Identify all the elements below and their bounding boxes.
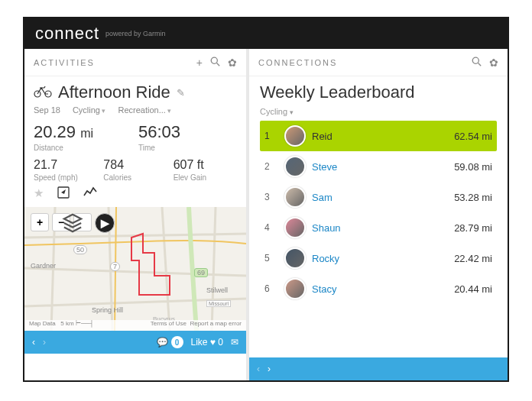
leaderboard-name[interactable]: Sam <box>312 192 454 203</box>
leaderboard-rank: 3 <box>264 192 278 202</box>
edit-details-icon[interactable] <box>57 186 70 201</box>
leaderboard-row[interactable]: 2Steve59.08 mi <box>260 151 497 182</box>
share-icon[interactable]: ✉ <box>231 337 238 348</box>
speed-stat: 21.7 Speed (mph) <box>34 158 97 182</box>
activity-title-block: Afternoon Ride ✎ Sep 18 Cycling Recreati… <box>24 76 246 118</box>
connections-panel: CONNECTIONS ✿ Weekly Leaderboard Cycling… <box>249 49 508 380</box>
leaderboard-name[interactable]: Rocky <box>312 253 454 264</box>
next-activity-button[interactable]: › <box>43 337 46 348</box>
map-label-gardner: Gardner <box>31 262 56 270</box>
leaderboard-rank: 5 <box>264 253 278 264</box>
map-label-spring: Spring Hill <box>92 306 123 314</box>
road-shield-7: 7 <box>110 262 120 271</box>
svg-point-7 <box>472 57 478 63</box>
elev-label: Elev Gain <box>174 173 237 182</box>
search-icon[interactable] <box>210 57 220 69</box>
gear-icon[interactable]: ✿ <box>489 57 498 69</box>
leaderboard-filter-dropdown[interactable]: Cycling <box>260 107 497 116</box>
plus-icon[interactable]: + <box>196 57 203 69</box>
leaderboard-name[interactable]: Steve <box>312 161 454 173</box>
calories-value: 784 <box>103 158 167 172</box>
activity-nav: ‹ › <box>32 337 46 348</box>
leaderboard-distance: 28.79 mi <box>454 222 492 234</box>
activity-title-row: Afternoon Ride ✎ <box>34 82 237 102</box>
leaderboard-rank: 1 <box>264 131 278 141</box>
map-terms-link[interactable]: Terms of Use <box>151 320 187 327</box>
connections-bottom-bar: ‹ › <box>249 357 508 380</box>
edit-icon[interactable]: ✎ <box>177 87 185 99</box>
speed-value: 21.7 <box>34 158 97 172</box>
map-controls: + − ▶ <box>31 213 115 233</box>
gear-icon[interactable]: ✿ <box>228 57 237 69</box>
social-actions: 💬 0 Like ♥ 0 ✉ <box>157 336 238 348</box>
panels-container: ACTIVITIES + ✿ Afternoon Ride ✎ <box>24 49 508 380</box>
speed-label: Speed (mph) <box>34 173 97 182</box>
activity-map[interactable]: + − ▶ 50 7 69 Gardner Spring Hill Stilwe… <box>24 207 246 331</box>
leaderboard-distance: 53.28 mi <box>454 192 492 203</box>
time-value: 56:03 <box>138 122 237 142</box>
map-label-stilwell: Stilwell <box>206 286 228 294</box>
connections-header: CONNECTIONS ✿ <box>249 49 508 76</box>
brand-subtitle: powered by Garmin <box>105 30 166 37</box>
distance-stat: 20.29 mi Distance <box>34 122 132 152</box>
leaderboard-list: 1Reid62.54 mi2Steve59.08 mi3Sam53.28 mi4… <box>260 121 497 351</box>
comment-count: 0 <box>171 336 183 348</box>
avatar <box>284 278 306 299</box>
map-data-label: Map Data <box>29 320 56 327</box>
activity-meta-row: Sep 18 Cycling Recreation... <box>34 105 237 115</box>
brand-logo: connect <box>35 24 99 44</box>
calories-label: Calories <box>103 173 167 182</box>
leaderboard-name[interactable]: Shaun <box>312 222 454 234</box>
activity-actions: ★ <box>24 183 246 207</box>
activity-title: Afternoon Ride <box>58 82 170 102</box>
activities-panel: ACTIVITIES + ✿ Afternoon Ride ✎ <box>24 49 246 380</box>
svg-line-8 <box>478 63 482 66</box>
avatar <box>284 125 306 147</box>
top-bar: connect powered by Garmin <box>24 18 508 49</box>
avatar <box>284 186 306 208</box>
map-layers-button[interactable] <box>73 213 92 231</box>
distance-label: Distance <box>34 144 132 152</box>
primary-stats: 20.29 mi Distance 56:03 Time <box>24 118 246 157</box>
leaderboard-nav: ‹ › <box>257 364 271 374</box>
bike-icon <box>34 84 52 102</box>
connections-panel-title: CONNECTIONS <box>258 58 337 67</box>
leaderboard-row[interactable]: 4Shaun28.79 mi <box>260 212 497 243</box>
connections-header-icons: ✿ <box>472 57 498 69</box>
map-report-link[interactable]: Report a map error <box>190 320 242 327</box>
star-icon[interactable]: ★ <box>34 186 44 201</box>
activities-header-icons: + ✿ <box>196 57 237 69</box>
time-stat: 56:03 Time <box>138 122 237 152</box>
leaderboard-name[interactable]: Reid <box>312 131 454 142</box>
leaderboard-row[interactable]: 1Reid62.54 mi <box>260 121 497 151</box>
next-page-button[interactable]: › <box>268 364 271 374</box>
activity-category-dropdown[interactable]: Recreation... <box>118 105 171 115</box>
road-shield-50: 50 <box>73 245 87 254</box>
leaderboard-distance: 20.44 mi <box>454 283 492 295</box>
leaderboard-name[interactable]: Stacy <box>312 283 454 295</box>
like-button[interactable]: Like ♥ 0 <box>191 337 224 348</box>
prev-page-button[interactable]: ‹ <box>257 364 260 374</box>
activity-date: Sep 18 <box>34 105 60 115</box>
leaderboard-row[interactable]: 3Sam53.28 mi <box>260 182 497 212</box>
activity-type-dropdown[interactable]: Cycling <box>73 105 106 115</box>
leaderboard-row[interactable]: 5Rocky22.42 mi <box>260 243 497 273</box>
leaderboard-distance: 62.54 mi <box>454 131 492 142</box>
comment-button[interactable]: 💬 0 <box>157 336 183 348</box>
svg-point-0 <box>211 57 217 63</box>
distance-value: 20.29 <box>34 122 76 141</box>
secondary-stats: 21.7 Speed (mph) 784 Calories 607 ft Ele… <box>24 157 246 183</box>
map-footer: Map Data 5 km ⊢──┤ Terms of Use Report a… <box>24 320 246 331</box>
avatar <box>284 217 306 238</box>
leaderboard-distance: 59.08 mi <box>454 161 492 173</box>
chart-icon[interactable] <box>83 186 97 201</box>
map-scale: 5 km <box>60 320 73 327</box>
activities-header: ACTIVITIES + ✿ <box>24 49 246 76</box>
leaderboard-row[interactable]: 6Stacy20.44 mi <box>260 273 497 304</box>
leaderboard-rank: 6 <box>264 283 278 294</box>
activities-bottom-bar: ‹ › 💬 0 Like ♥ 0 ✉ <box>24 331 246 354</box>
search-icon[interactable] <box>472 57 482 69</box>
map-label-missouri: Missouri <box>206 300 231 307</box>
activities-panel-title: ACTIVITIES <box>34 58 95 67</box>
prev-activity-button[interactable]: ‹ <box>32 337 35 348</box>
